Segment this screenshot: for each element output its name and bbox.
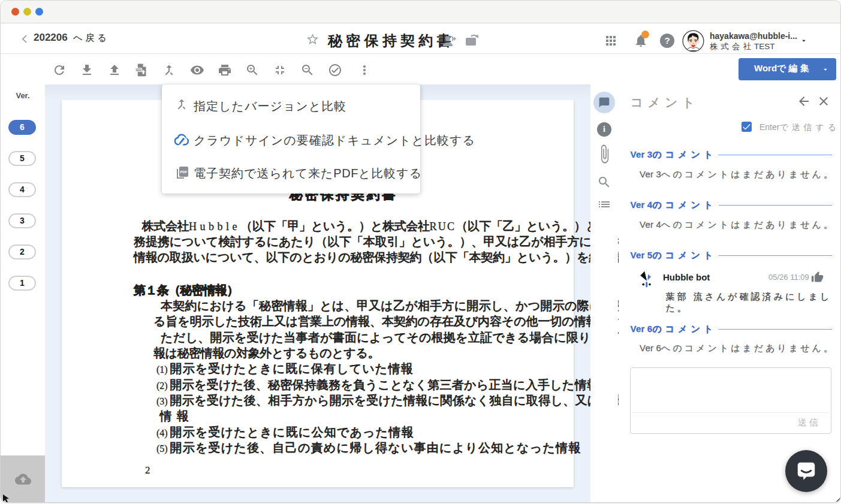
svg-text:PDF: PDF xyxy=(137,68,142,71)
svg-text:PDF: PDF xyxy=(180,170,188,174)
